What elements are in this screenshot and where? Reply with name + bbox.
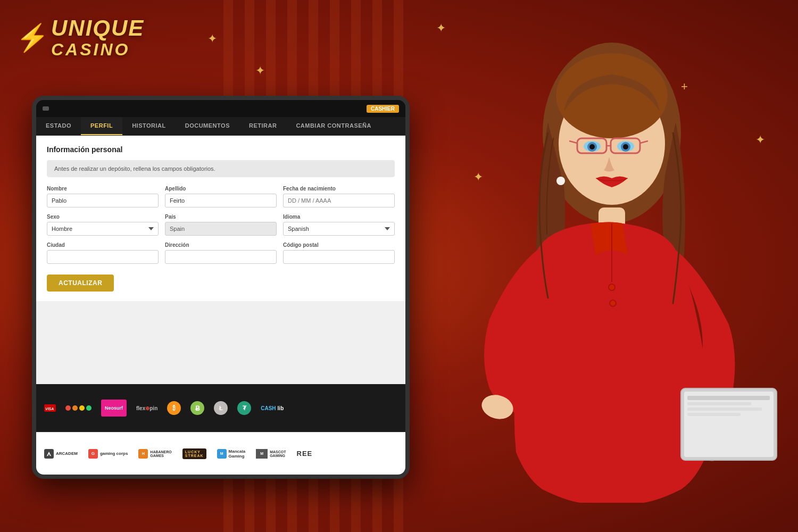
provider-bar: ARCADEM G gaming corps H HABANEROGAMES L… [36, 432, 405, 475]
profile-section: Información personal Antes de realizar u… [36, 136, 405, 301]
form-group-nombre: Nombre [47, 186, 159, 207]
tablet-topbar: CASHIER [36, 100, 405, 117]
pais-input [165, 222, 277, 236]
direccion-label: Dirección [165, 242, 277, 248]
tablet-content: Información personal Antes de realizar u… [36, 136, 405, 384]
sexo-select[interactable]: Hombre Mujer [47, 222, 159, 236]
logo-lightning-icon: ⚡ [16, 24, 49, 51]
apellido-input[interactable] [165, 194, 277, 207]
tab-perfil[interactable]: PERFIL [81, 117, 122, 135]
fecha-input[interactable] [283, 194, 395, 207]
svg-point-15 [589, 144, 595, 149]
tablet-inner: CASHIER ESTADO PERFIL HISTORIAL DOCUMENT… [36, 100, 405, 475]
mascot-gaming-logo: M MASCOTGAMING [256, 449, 286, 459]
form-group-codigo: Código postal [283, 242, 395, 264]
codigo-label: Código postal [283, 242, 395, 248]
info-banner: Antes de realizar un depósito, rellena l… [47, 160, 395, 177]
tablet-device: CASHIER ESTADO PERFIL HISTORIAL DOCUMENT… [32, 96, 410, 479]
sexo-label: Sexo [47, 214, 159, 220]
tab-retirar[interactable]: RETIRAR [239, 117, 286, 135]
logo-unique: UNIQUE [51, 16, 144, 40]
fecha-label: Fecha de nacimiento [283, 186, 395, 192]
svg-point-17 [556, 177, 565, 185]
reevo-logo: REE [297, 450, 313, 458]
svg-rect-21 [684, 392, 774, 457]
form-row-3: Ciudad Dirección Código postal [47, 242, 395, 264]
tab-cambiar[interactable]: CAMBIAR CONTRASEÑA [286, 117, 381, 135]
update-button[interactable]: ACTUALIZAR [47, 275, 114, 292]
form-row-1: Nombre Apellido Fecha de nacimiento [47, 186, 395, 207]
idioma-select[interactable]: Spanish English [283, 222, 395, 236]
apellido-label: Apellido [165, 186, 277, 192]
form-group-apellido: Apellido [165, 186, 277, 207]
lucky-streak-logo: LUCKYSTREAK [182, 448, 206, 459]
ciudad-label: Ciudad [47, 242, 159, 248]
skrill-logo [65, 400, 92, 417]
bitcoin-logo: ₿ [167, 400, 181, 417]
tablet-nav: ESTADO PERFIL HISTORIAL DOCUMENTOS RETIR… [36, 117, 405, 136]
bch-logo: Ƀ [190, 400, 204, 417]
form-group-ciudad: Ciudad [47, 242, 159, 264]
gaming-corps-logo: G gaming corps [88, 449, 128, 459]
svg-rect-25 [687, 413, 741, 416]
logo-casino: CASINO [51, 40, 144, 59]
svg-point-16 [623, 144, 628, 149]
idioma-label: Idioma [283, 214, 395, 220]
pais-label: País [165, 214, 277, 220]
arcadem-logo: ARCADEM [44, 449, 78, 459]
svg-rect-22 [687, 396, 770, 400]
codigo-input[interactable] [283, 250, 395, 264]
form-group-direccion: Dirección [165, 242, 277, 264]
svg-point-27 [609, 284, 615, 290]
nombre-label: Nombre [47, 186, 159, 192]
tablet-btn [43, 106, 49, 111]
tab-documentos[interactable]: DOCUMENTOS [176, 117, 239, 135]
tab-historial[interactable]: HISTORIAL [122, 117, 176, 135]
svg-rect-23 [687, 402, 751, 405]
mancala-gaming-logo: M MancalaGaming [217, 449, 246, 459]
form-group-pais: País [165, 214, 277, 236]
form-group-fecha: Fecha de nacimiento [283, 186, 395, 207]
ciudad-input[interactable] [47, 250, 159, 264]
logo[interactable]: ⚡ UNIQUE CASINO [16, 16, 144, 59]
section-title: Información personal [47, 145, 395, 154]
litecoin-logo: Ł [214, 400, 228, 417]
flexepin-logo: flex⊕pin [136, 400, 157, 417]
nombre-input[interactable] [47, 194, 159, 207]
woman-figure [383, 0, 798, 532]
form-group-sexo: Sexo Hombre Mujer [47, 214, 159, 236]
sparkle-1: ✦ [207, 32, 217, 46]
svg-point-28 [610, 300, 616, 306]
svg-rect-24 [687, 408, 762, 411]
visa-logo: VISA [44, 400, 56, 417]
svg-text:VISA: VISA [45, 407, 54, 411]
habanero-logo: H HABANEROGAMES [138, 449, 171, 459]
form-group-idioma: Idioma Spanish English [283, 214, 395, 236]
neosurf-logo: Neosurf [101, 400, 127, 417]
form-row-2: Sexo Hombre Mujer País Idioma Spanish [47, 214, 395, 236]
logo-text: UNIQUE CASINO [51, 16, 144, 59]
tether-logo: ₮ [237, 400, 251, 417]
direccion-input[interactable] [165, 250, 277, 264]
tab-estado[interactable]: ESTADO [36, 117, 81, 135]
payment-bar: VISA Neosurf flex⊕pin ₿ [36, 384, 405, 432]
cashlib-logo: CASHlib [261, 400, 284, 417]
sparkle-2: ✦ [255, 64, 265, 78]
